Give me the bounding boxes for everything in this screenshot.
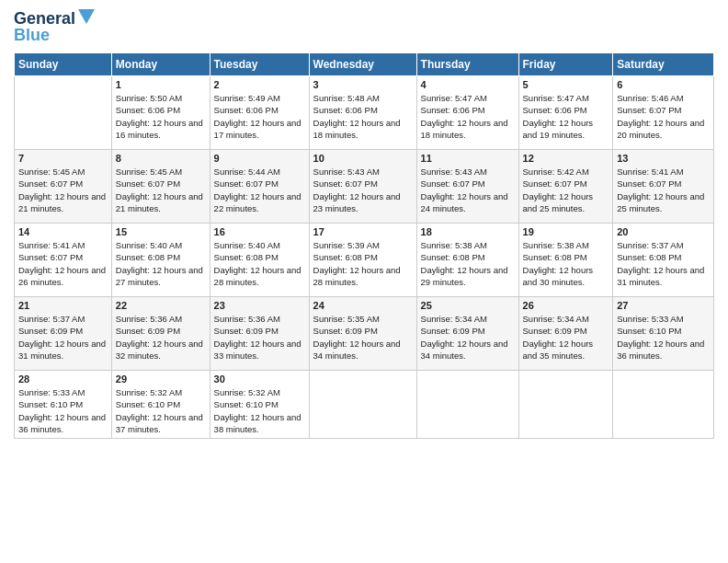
calendar-cell: 29Sunrise: 5:32 AMSunset: 6:10 PMDayligh… bbox=[111, 371, 210, 439]
day-info: Sunrise: 5:34 AMSunset: 6:09 PMDaylight:… bbox=[523, 313, 609, 362]
day-number: 10 bbox=[313, 153, 413, 164]
daylight: Daylight: 12 hours and 35 minutes. bbox=[523, 339, 594, 361]
daylight: Daylight: 12 hours and 20 minutes. bbox=[617, 118, 704, 140]
day-info: Sunrise: 5:34 AMSunset: 6:09 PMDaylight:… bbox=[421, 313, 515, 362]
daylight: Daylight: 12 hours and 31 minutes. bbox=[617, 265, 704, 287]
daylight: Daylight: 12 hours and 28 minutes. bbox=[313, 265, 401, 287]
day-info: Sunrise: 5:50 AMSunset: 6:06 PMDaylight:… bbox=[116, 92, 206, 141]
sunset: Sunset: 6:09 PM bbox=[116, 326, 180, 336]
calendar-cell: 21Sunrise: 5:37 AMSunset: 6:09 PMDayligh… bbox=[15, 297, 112, 371]
daylight: Daylight: 12 hours and 22 minutes. bbox=[214, 191, 301, 213]
sunrise: Sunrise: 5:33 AM bbox=[18, 387, 85, 397]
sunrise: Sunrise: 5:39 AM bbox=[313, 240, 380, 250]
day-number: 21 bbox=[18, 300, 108, 311]
sunset: Sunset: 6:09 PM bbox=[313, 326, 378, 336]
sunrise: Sunrise: 5:37 AM bbox=[18, 314, 85, 324]
daylight: Daylight: 12 hours and 16 minutes. bbox=[116, 118, 203, 140]
sunrise: Sunrise: 5:36 AM bbox=[214, 314, 280, 324]
header-tuesday: Tuesday bbox=[210, 53, 309, 76]
sunset: Sunset: 6:10 PM bbox=[116, 399, 180, 409]
calendar-cell: 16Sunrise: 5:40 AMSunset: 6:08 PMDayligh… bbox=[210, 224, 309, 297]
day-info: Sunrise: 5:32 AMSunset: 6:10 PMDaylight:… bbox=[116, 386, 206, 435]
day-number: 16 bbox=[214, 226, 305, 237]
day-number: 4 bbox=[421, 79, 515, 90]
sunset: Sunset: 6:09 PM bbox=[523, 326, 587, 336]
sunset: Sunset: 6:07 PM bbox=[214, 178, 279, 189]
sunrise: Sunrise: 5:34 AM bbox=[421, 314, 487, 324]
sunrise: Sunrise: 5:50 AM bbox=[116, 93, 182, 103]
calendar-cell: 12Sunrise: 5:42 AMSunset: 6:07 PMDayligh… bbox=[518, 150, 613, 224]
sunrise: Sunrise: 5:33 AM bbox=[617, 314, 683, 324]
sunrise: Sunrise: 5:32 AM bbox=[116, 387, 182, 397]
sunset: Sunset: 6:08 PM bbox=[116, 252, 180, 262]
sunrise: Sunrise: 5:43 AM bbox=[313, 167, 380, 177]
sunset: Sunset: 6:07 PM bbox=[617, 105, 681, 115]
day-info: Sunrise: 5:36 AMSunset: 6:09 PMDaylight:… bbox=[116, 313, 206, 362]
sunrise: Sunrise: 5:43 AM bbox=[421, 167, 487, 177]
day-number: 7 bbox=[18, 153, 108, 164]
calendar-cell: 15Sunrise: 5:40 AMSunset: 6:08 PMDayligh… bbox=[111, 224, 210, 297]
day-info: Sunrise: 5:40 AMSunset: 6:08 PMDaylight:… bbox=[214, 239, 305, 288]
sunrise: Sunrise: 5:41 AM bbox=[617, 167, 683, 177]
day-info: Sunrise: 5:47 AMSunset: 6:06 PMDaylight:… bbox=[523, 92, 609, 141]
day-info: Sunrise: 5:41 AMSunset: 6:07 PMDaylight:… bbox=[18, 239, 108, 288]
day-number: 1 bbox=[116, 79, 206, 90]
day-info: Sunrise: 5:32 AMSunset: 6:10 PMDaylight:… bbox=[214, 386, 305, 435]
week-row-3: 21Sunrise: 5:37 AMSunset: 6:09 PMDayligh… bbox=[15, 297, 714, 371]
daylight: Daylight: 12 hours and 19 minutes. bbox=[523, 118, 594, 140]
calendar-cell: 5Sunrise: 5:47 AMSunset: 6:06 PMDaylight… bbox=[518, 76, 613, 150]
day-number: 23 bbox=[214, 300, 305, 311]
sunset: Sunset: 6:08 PM bbox=[214, 252, 279, 262]
calendar-cell: 22Sunrise: 5:36 AMSunset: 6:09 PMDayligh… bbox=[111, 297, 210, 371]
daylight: Daylight: 12 hours and 23 minutes. bbox=[313, 191, 401, 213]
sunset: Sunset: 6:06 PM bbox=[523, 105, 587, 115]
daylight: Daylight: 12 hours and 21 minutes. bbox=[18, 191, 106, 213]
sunset: Sunset: 6:09 PM bbox=[214, 326, 279, 336]
sunset: Sunset: 6:08 PM bbox=[523, 252, 587, 262]
sunset: Sunset: 6:08 PM bbox=[617, 252, 681, 262]
calendar-cell: 6Sunrise: 5:46 AMSunset: 6:07 PMDaylight… bbox=[613, 76, 714, 150]
sunrise: Sunrise: 5:40 AM bbox=[116, 240, 182, 250]
week-row-2: 14Sunrise: 5:41 AMSunset: 6:07 PMDayligh… bbox=[15, 224, 714, 297]
day-info: Sunrise: 5:43 AMSunset: 6:07 PMDaylight:… bbox=[313, 166, 413, 214]
logo-blue: Blue bbox=[14, 26, 50, 45]
day-info: Sunrise: 5:40 AMSunset: 6:08 PMDaylight:… bbox=[116, 239, 206, 288]
sunset: Sunset: 6:06 PM bbox=[313, 105, 378, 115]
day-info: Sunrise: 5:45 AMSunset: 6:07 PMDaylight:… bbox=[116, 166, 206, 214]
sunrise: Sunrise: 5:46 AM bbox=[617, 93, 683, 103]
day-number: 9 bbox=[214, 153, 305, 164]
calendar-cell: 28Sunrise: 5:33 AMSunset: 6:10 PMDayligh… bbox=[15, 371, 112, 439]
day-info: Sunrise: 5:38 AMSunset: 6:08 PMDaylight:… bbox=[523, 239, 609, 288]
daylight: Daylight: 12 hours and 31 minutes. bbox=[18, 339, 106, 361]
day-number: 25 bbox=[421, 300, 515, 311]
header-friday: Friday bbox=[518, 53, 613, 76]
calendar-cell: 20Sunrise: 5:37 AMSunset: 6:08 PMDayligh… bbox=[613, 224, 714, 297]
daylight: Daylight: 12 hours and 18 minutes. bbox=[313, 118, 401, 140]
calendar-cell: 19Sunrise: 5:38 AMSunset: 6:08 PMDayligh… bbox=[518, 224, 613, 297]
day-number: 8 bbox=[116, 153, 206, 164]
sunrise: Sunrise: 5:48 AM bbox=[313, 93, 380, 103]
day-number: 20 bbox=[617, 226, 710, 237]
calendar-cell: 9Sunrise: 5:44 AMSunset: 6:07 PMDaylight… bbox=[210, 150, 309, 224]
day-number: 28 bbox=[18, 373, 108, 385]
week-row-0: 1Sunrise: 5:50 AMSunset: 6:06 PMDaylight… bbox=[15, 76, 714, 150]
calendar-cell: 1Sunrise: 5:50 AMSunset: 6:06 PMDaylight… bbox=[111, 76, 210, 150]
logo-arrow-icon bbox=[78, 9, 95, 28]
day-number: 29 bbox=[116, 373, 206, 385]
day-info: Sunrise: 5:49 AMSunset: 6:06 PMDaylight:… bbox=[214, 92, 305, 141]
daylight: Daylight: 12 hours and 30 minutes. bbox=[523, 265, 594, 287]
daylight: Daylight: 12 hours and 32 minutes. bbox=[116, 339, 203, 361]
sunset: Sunset: 6:06 PM bbox=[214, 105, 279, 115]
daylight: Daylight: 12 hours and 18 minutes. bbox=[421, 118, 508, 140]
daylight: Daylight: 12 hours and 36 minutes. bbox=[617, 339, 704, 361]
day-info: Sunrise: 5:46 AMSunset: 6:07 PMDaylight:… bbox=[617, 92, 710, 141]
sunrise: Sunrise: 5:42 AM bbox=[523, 167, 589, 177]
sunset: Sunset: 6:10 PM bbox=[18, 399, 83, 409]
day-info: Sunrise: 5:48 AMSunset: 6:06 PMDaylight:… bbox=[313, 92, 413, 141]
calendar-cell bbox=[309, 371, 416, 439]
calendar-cell: 7Sunrise: 5:45 AMSunset: 6:07 PMDaylight… bbox=[15, 150, 112, 224]
day-info: Sunrise: 5:45 AMSunset: 6:07 PMDaylight:… bbox=[18, 166, 108, 214]
day-info: Sunrise: 5:38 AMSunset: 6:08 PMDaylight:… bbox=[421, 239, 515, 288]
calendar-cell: 11Sunrise: 5:43 AMSunset: 6:07 PMDayligh… bbox=[416, 150, 518, 224]
daylight: Daylight: 12 hours and 29 minutes. bbox=[421, 265, 508, 287]
